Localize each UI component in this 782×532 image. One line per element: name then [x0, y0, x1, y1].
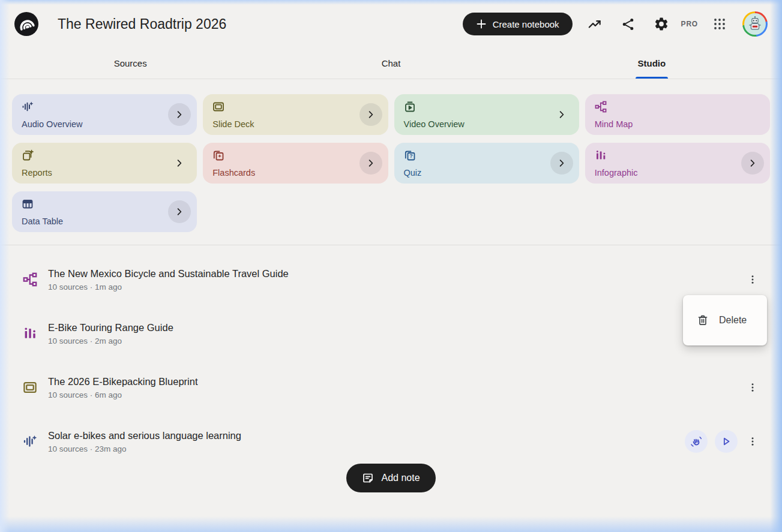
studio-card-reports[interactable]: Reports: [12, 143, 197, 184]
wave-hand-icon: [690, 435, 703, 448]
list-item-mind-map[interactable]: The New Mexico Bicycle and Sustainable T…: [23, 253, 760, 306]
mind-map-icon: [23, 272, 37, 287]
note-text: The 2026 E-Bikepacking Blueprint 10 sour…: [48, 376, 745, 399]
note-meta: 10 sources · 23m ago: [48, 444, 685, 453]
card-label: Infographic: [595, 168, 739, 178]
flashcards-icon: [212, 149, 224, 161]
studio-output-list: The New Mexico Bicycle and Sustainable T…: [0, 245, 782, 468]
note-meta: 10 sources · 1m ago: [48, 282, 745, 291]
app-header: The Rewired Roadtrip 2026 Create noteboo…: [0, 0, 782, 48]
analytics-button[interactable]: [583, 13, 606, 35]
audio-waveform-sparkle-icon: [23, 434, 37, 449]
pro-badge: PRO: [681, 20, 698, 28]
tab-chat[interactable]: Chat: [260, 48, 521, 79]
apps-grid-icon: [712, 17, 727, 31]
delete-menu-item[interactable]: Delete: [719, 315, 747, 326]
card-label: Data Table: [22, 217, 166, 226]
card-label: Slide Deck: [212, 119, 356, 129]
google-apps-button[interactable]: [709, 13, 730, 35]
studio-card-grid: Audio Overview Slide Deck Video Overview: [0, 79, 782, 232]
mind-map-icon: [595, 101, 607, 113]
tab-studio-active-underline: [636, 77, 668, 79]
chevron-right-icon[interactable]: [359, 152, 382, 175]
chevron-right-icon[interactable]: [550, 103, 573, 126]
play-audio-button[interactable]: [715, 430, 738, 453]
note-title: The 2026 E-Bikepacking Blueprint: [48, 376, 745, 387]
note-meta: 10 sources · 2m ago: [48, 336, 760, 345]
tab-sources[interactable]: Sources: [0, 48, 260, 79]
plus-icon: [476, 19, 487, 29]
create-notebook-label: Create notebook: [493, 19, 559, 29]
infographic-bars-icon: [23, 326, 37, 341]
note-title: Solar e-bikes and serious language learn…: [48, 430, 685, 441]
play-icon: [721, 436, 732, 447]
note-title: The New Mexico Bicycle and Sustainable T…: [48, 268, 745, 279]
trending-up-icon: [587, 16, 603, 32]
more-options-button[interactable]: [745, 434, 760, 449]
tab-chat-label: Chat: [382, 58, 401, 68]
more-options-button[interactable]: [745, 272, 760, 287]
note-text: Solar e-bikes and serious language learn…: [48, 430, 685, 453]
studio-card-audio-overview[interactable]: Audio Overview: [12, 94, 197, 135]
tab-sources-label: Sources: [114, 58, 147, 68]
slide-deck-icon: [212, 101, 224, 113]
header-actions: Create notebook: [463, 11, 768, 37]
quiz-icon: ?: [404, 149, 416, 161]
share-button[interactable]: [617, 13, 639, 35]
card-label: Audio Overview: [22, 119, 166, 129]
list-item-infographic[interactable]: E-Bike Touring Range Guide 10 sources · …: [23, 306, 760, 360]
settings-gear-icon: [654, 16, 669, 32]
add-note-label: Add note: [381, 473, 420, 483]
note-text: E-Bike Touring Range Guide 10 sources · …: [48, 322, 760, 345]
studio-card-flashcards[interactable]: Flashcards: [203, 143, 388, 184]
svg-text:?: ?: [409, 153, 413, 159]
note-actions: [685, 430, 760, 453]
more-options-button[interactable]: [745, 380, 760, 395]
note-meta: 10 sources · 6m ago: [48, 390, 745, 399]
avatar-robot: [744, 13, 766, 35]
studio-card-slide-deck[interactable]: Slide Deck: [203, 94, 388, 135]
share-icon: [621, 17, 636, 32]
settings-button[interactable]: [650, 13, 673, 35]
note-text: The New Mexico Bicycle and Sustainable T…: [48, 268, 745, 291]
interactive-mode-button[interactable]: [685, 430, 708, 453]
studio-card-mind-map[interactable]: Mind Map: [585, 94, 770, 135]
list-item-audio-overview[interactable]: Solar e-bikes and serious language learn…: [23, 414, 760, 468]
notebooklm-logo[interactable]: [14, 12, 38, 36]
note-title: E-Bike Touring Range Guide: [48, 322, 760, 333]
create-notebook-button[interactable]: Create notebook: [463, 13, 573, 35]
panel-tabs: Sources Chat Studio: [0, 48, 782, 79]
card-label: Mind Map: [595, 119, 739, 129]
audio-waveform-sparkle-icon: [22, 101, 34, 113]
chevron-right-icon[interactable]: [168, 103, 191, 126]
studio-card-quiz[interactable]: ? Quiz: [394, 143, 579, 184]
card-label: Quiz: [404, 168, 548, 178]
studio-card-infographic[interactable]: Infographic: [585, 143, 770, 184]
notebook-title[interactable]: The Rewired Roadtrip 2026: [58, 16, 463, 32]
data-table-icon: [22, 198, 34, 210]
chevron-right-icon[interactable]: [741, 152, 764, 175]
tab-studio-label: Studio: [637, 58, 666, 68]
account-avatar[interactable]: [742, 11, 768, 37]
context-menu: Delete: [683, 295, 767, 345]
note-actions: [745, 380, 760, 395]
chevron-right-icon[interactable]: [550, 152, 573, 175]
trash-icon: [696, 314, 709, 327]
studio-card-video-overview[interactable]: Video Overview: [394, 94, 579, 135]
card-label: Reports: [22, 168, 166, 178]
page-edge-glow-bottom: [0, 516, 782, 532]
list-item-slide-deck[interactable]: The 2026 E-Bikepacking Blueprint 10 sour…: [23, 360, 760, 414]
slide-deck-icon: [23, 380, 37, 395]
chevron-right-icon[interactable]: [168, 152, 191, 175]
tab-studio[interactable]: Studio: [522, 48, 782, 79]
chevron-right-icon[interactable]: [359, 103, 382, 126]
studio-card-data-table[interactable]: Data Table: [12, 191, 197, 232]
note-actions: [745, 272, 760, 287]
video-overview-icon: [404, 101, 416, 113]
card-label: Flashcards: [212, 168, 356, 178]
infographic-bars-icon: [595, 149, 607, 161]
card-label: Video Overview: [404, 119, 548, 129]
reports-icon: [22, 149, 34, 161]
chevron-right-icon[interactable]: [168, 200, 191, 223]
note-icon: [362, 472, 374, 484]
